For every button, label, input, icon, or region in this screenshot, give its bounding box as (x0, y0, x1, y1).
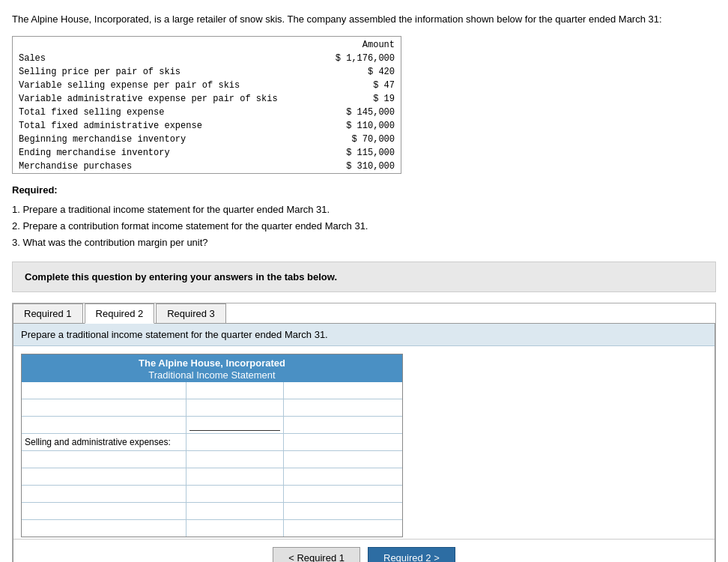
row-amount: $ 310,000 (320, 160, 401, 173)
row-amount: $ 115,000 (320, 146, 401, 160)
row-amount: $ 47 (320, 79, 401, 92)
is-input-mid[interactable] (189, 385, 280, 396)
tab-required-2[interactable]: Required 2 (85, 303, 155, 324)
is-row (22, 502, 402, 519)
is-mid-cell (186, 399, 284, 416)
row-amount: $ 420 (320, 65, 401, 79)
is-mid-cell (186, 434, 284, 450)
row-amount: $ 110,000 (320, 119, 401, 133)
is-row (22, 485, 402, 502)
is-input-amt[interactable] (287, 454, 399, 465)
is-mid-cell (186, 486, 284, 502)
tab-instruction: Prepare a traditional income statement f… (13, 324, 715, 346)
row-amount: $ 145,000 (320, 106, 401, 119)
is-row (22, 399, 402, 416)
tabs-wrapper: Required 1 Required 2 Required 3 Prepare… (12, 303, 716, 562)
is-amt-cell (284, 417, 402, 433)
is-input-amt[interactable] (287, 402, 399, 413)
table-row: Selling price per pair of skis $ 420 (13, 65, 401, 79)
row-label: Variable administrative expense per pair… (13, 92, 320, 106)
is-amt-cell (284, 399, 402, 416)
row-amount: $ 70,000 (320, 133, 401, 146)
is-amt-cell (284, 382, 402, 399)
is-mid-cell (186, 382, 284, 399)
tab-required-3[interactable]: Required 3 (156, 303, 226, 323)
row-label: Selling price per pair of skis (13, 65, 320, 79)
is-mid-cell (186, 468, 284, 485)
is-row (22, 416, 402, 433)
required-label: Required: (12, 184, 716, 196)
is-input-amt[interactable] (287, 506, 399, 516)
is-row (22, 519, 402, 537)
table-row: Merchandise purchases $ 310,000 (13, 160, 401, 173)
row-label: Sales (13, 52, 320, 65)
row-label: Beginning merchandise inventory (13, 133, 320, 146)
table-row: Sales $ 1,176,000 (13, 52, 401, 65)
is-title1: The Alpine House, Incorporated (22, 357, 402, 369)
is-mid-cell (186, 503, 284, 519)
table-row: Variable selling expense per pair of ski… (13, 79, 401, 92)
row-amount: $ 19 (320, 92, 401, 106)
is-label-cell (22, 417, 186, 433)
next-button[interactable]: Required 2 > (368, 547, 455, 562)
is-input-mid[interactable] (189, 471, 280, 482)
is-input-amt[interactable] (287, 420, 399, 430)
row-label: Ending merchandise inventory (13, 146, 320, 160)
complete-box: Complete this question by entering your … (12, 262, 716, 292)
is-input-mid[interactable] (189, 420, 280, 431)
tab-required-1[interactable]: Required 1 (13, 303, 83, 323)
is-amt-cell (284, 451, 402, 468)
is-row (22, 468, 402, 485)
is-input-mid[interactable] (189, 402, 280, 413)
is-input-mid[interactable] (189, 523, 280, 534)
income-statement: The Alpine House, Incorporated Tradition… (21, 354, 403, 537)
is-input-mid[interactable] (189, 454, 280, 465)
row-label: Variable selling expense per pair of ski… (13, 79, 320, 92)
is-section-label: Selling and administrative expenses: (22, 434, 186, 450)
list-item: 3. What was the contribution margin per … (12, 235, 716, 251)
tabs-row: Required 1 Required 2 Required 3 (13, 303, 715, 324)
is-section-row: Selling and administrative expenses: (22, 433, 402, 450)
income-statement-wrapper: The Alpine House, Incorporated Tradition… (13, 346, 715, 537)
is-label-cell (22, 486, 186, 502)
row-label: Total fixed selling expense (13, 106, 320, 119)
is-input-amt[interactable] (287, 523, 399, 534)
bottom-nav: < Required 1 Required 2 > (13, 539, 715, 562)
is-input-amt[interactable] (287, 489, 399, 499)
is-mid-cell (186, 520, 284, 537)
is-input-amt[interactable] (287, 471, 399, 482)
is-label-cell (22, 451, 186, 468)
table-row: Total fixed selling expense $ 145,000 (13, 106, 401, 119)
is-amt-cell (284, 520, 402, 537)
table-row: Variable administrative expense per pair… (13, 92, 401, 106)
table-row: Beginning merchandise inventory $ 70,000 (13, 133, 401, 146)
is-label-cell (22, 382, 186, 399)
is-title2: Traditional Income Statement (22, 369, 402, 381)
list-item: 2. Prepare a contribution format income … (12, 218, 716, 235)
is-row (22, 382, 402, 399)
is-row (22, 450, 402, 468)
is-amt-cell (284, 434, 402, 450)
is-mid-cell (186, 451, 284, 468)
is-input-mid[interactable] (189, 489, 280, 499)
is-amt-cell (284, 503, 402, 519)
is-input-mid[interactable] (189, 506, 280, 516)
table-row: Total fixed administrative expense $ 110… (13, 119, 401, 133)
is-header: The Alpine House, Incorporated Tradition… (22, 354, 402, 382)
is-label-cell (22, 399, 186, 416)
tab-content: Prepare a traditional income statement f… (13, 324, 715, 562)
required-list: 1. Prepare a traditional income statemen… (12, 202, 716, 251)
intro-text: The Alpine House, Incorporated, is a lar… (12, 12, 716, 27)
list-item: 1. Prepare a traditional income statemen… (12, 202, 716, 218)
prev-button[interactable]: < Required 1 (273, 547, 360, 562)
is-input-amt[interactable] (287, 385, 399, 396)
row-label: Total fixed administrative expense (13, 119, 320, 133)
is-amt-cell (284, 486, 402, 502)
is-label-cell (22, 468, 186, 485)
is-label-cell (22, 503, 186, 519)
row-amount: $ 1,176,000 (320, 52, 401, 65)
table-row: Ending merchandise inventory $ 115,000 (13, 146, 401, 160)
is-amt-cell (284, 468, 402, 485)
row-label: Merchandise purchases (13, 160, 320, 173)
is-label-cell (22, 520, 186, 537)
